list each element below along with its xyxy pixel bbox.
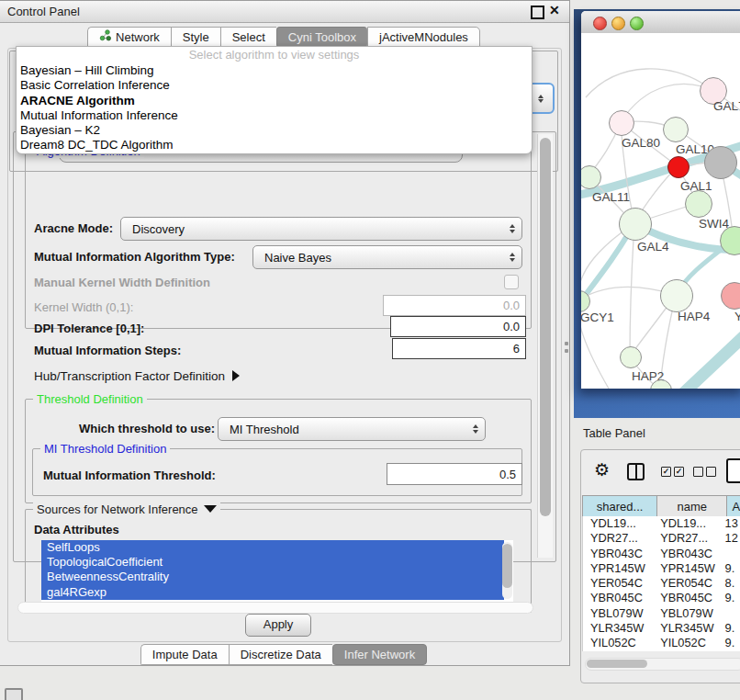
table-row[interactable]: YER054CYER054C8. <box>583 576 740 591</box>
hub-section-toggle[interactable]: Hub/Transcription Factor Definition <box>34 369 240 383</box>
minimized-panel-icon[interactable] <box>5 688 23 700</box>
unchecked-columns-icon[interactable] <box>693 467 716 477</box>
algorithm-option[interactable]: Mutual Information Inference <box>17 108 532 123</box>
kernel-width-label: Kernel Width (0,1): <box>34 300 133 314</box>
control-panel-titlebar[interactable]: Control Panel ✕ <box>0 1 569 23</box>
cell-value: 8. <box>721 576 740 591</box>
settings-scrollbar-thumb[interactable] <box>540 138 551 516</box>
attribute-item[interactable]: SelfLoops <box>41 540 504 555</box>
tab-impute-data[interactable]: Impute Data <box>140 644 229 665</box>
column-header-shared-[interactable]: shared... <box>582 495 656 518</box>
manual-kernel-checkbox[interactable] <box>504 275 519 289</box>
table-horizontal-scrollbar[interactable] <box>585 658 740 671</box>
checked-columns-icon[interactable]: ✓✓ <box>661 467 684 477</box>
attributes-scrollbar[interactable] <box>502 542 512 599</box>
node-hap4[interactable] <box>660 279 693 312</box>
new-table-icon[interactable] <box>726 458 740 483</box>
attributes-scrollbar-thumb[interactable] <box>502 544 512 588</box>
tab-label: Cyni Toolbox <box>288 28 356 47</box>
apply-button[interactable]: Apply <box>245 614 311 637</box>
close-traffic-light-icon[interactable] <box>593 17 607 30</box>
table-row[interactable]: YPR145WYPR145W9. <box>583 561 740 576</box>
stepper-up-icon <box>538 95 544 98</box>
zoom-traffic-light-icon[interactable] <box>630 17 644 30</box>
tab-style[interactable]: Style <box>171 27 220 48</box>
node-gal80[interactable] <box>609 110 634 136</box>
data-attributes-label: Data Attributes <box>34 523 119 536</box>
dropdown-placeholder: Select algorithm to view settings <box>17 47 532 63</box>
attribute-item[interactable]: TopologicalCoefficient <box>41 555 504 570</box>
algorithm-option[interactable]: Basic Correlation Inference <box>17 78 532 93</box>
splitpane-handle-icon[interactable] <box>565 342 568 345</box>
cell-name: YER054C <box>655 576 720 591</box>
control-panel-tabs: NetworkStyleSelectCyni ToolboxjActiveMNo… <box>0 27 567 48</box>
algorithm-option[interactable]: ARACNE Algorithm <box>17 94 532 108</box>
cell-value: 9. <box>721 621 740 636</box>
mi-type-value: Naive Bayes <box>253 251 503 265</box>
mi-steps-field[interactable]: 6 <box>392 338 526 359</box>
tab-network[interactable]: Network <box>87 27 171 48</box>
kernel-width-field[interactable]: 0.0 <box>383 295 526 316</box>
mi-threshold-field[interactable]: 0.5 <box>387 463 522 485</box>
network-window-titlebar[interactable] <box>581 11 740 34</box>
table-row[interactable]: YDR27...YDR27...12 <box>583 531 740 546</box>
tab-label: Infer Network <box>344 645 415 664</box>
which-threshold-combo[interactable]: MI Threshold <box>218 417 486 441</box>
tab-cyni-toolbox[interactable]: Cyni Toolbox <box>276 27 367 48</box>
table-row[interactable]: YIL052CYIL052C9. <box>583 636 740 650</box>
float-window-icon[interactable] <box>531 6 544 19</box>
settings-vertical-scrollbar[interactable] <box>537 134 553 558</box>
cell-shared-name: YDR27... <box>583 531 655 546</box>
algorithm-option[interactable]: Bayesian – Hill Climbing <box>17 63 532 78</box>
table-scrollbar-thumb[interactable] <box>587 660 647 668</box>
tab-infer-network[interactable]: Infer Network <box>332 644 427 665</box>
node-swi4[interactable] <box>685 190 712 218</box>
node-hap2[interactable] <box>620 346 642 368</box>
table-row[interactable]: YBR043CYBR043C <box>583 547 740 561</box>
algorithm-option[interactable]: Dream8 DC_TDC Algorithm <box>17 138 532 152</box>
node-gal4[interactable] <box>619 208 652 241</box>
settings-horizontal-scrollbar[interactable] <box>17 602 533 614</box>
cell-value <box>721 606 740 621</box>
mi-threshold-label: Mutual Information Threshold: <box>43 469 216 482</box>
close-icon[interactable]: ✕ <box>549 3 560 17</box>
mi-type-label: Mutual Information Algorithm Type: <box>34 250 235 264</box>
table-row[interactable]: YBL079WYBL079W <box>583 606 740 621</box>
node-gal10[interactable] <box>663 117 689 142</box>
gear-icon[interactable]: ⚙ <box>594 461 610 479</box>
cell-name: YLR345W <box>655 621 720 636</box>
aracne-mode-combo[interactable]: Discovery <box>120 217 522 241</box>
tab-label: Network <box>116 28 160 47</box>
table-row[interactable]: YDL19...YDL19...13 <box>583 516 740 531</box>
attribute-item[interactable]: gal4RGexp <box>41 585 504 600</box>
table-row[interactable]: YLR345WYLR345W9. <box>583 621 740 636</box>
node-gray-node[interactable] <box>704 146 737 179</box>
table-panel-title: Table Panel <box>583 426 645 440</box>
algorithm-option[interactable]: Bayesian – K2 <box>17 123 532 138</box>
attribute-item[interactable]: BetweennessCentrality <box>41 570 504 584</box>
collapsed-arrow-icon <box>232 370 240 381</box>
column-header-name[interactable]: name <box>656 495 726 518</box>
split-pane-icon[interactable] <box>627 463 645 480</box>
network-canvas[interactable]: GAL7GAL80GAL10GAL1GAL11SWI4GAL4GCY1HAP4Y… <box>581 33 740 389</box>
cyni-bottom-tabs: Impute DataDiscretize DataInfer Network <box>0 644 567 665</box>
combo-stepper-icon <box>503 224 521 233</box>
tab-select[interactable]: Select <box>220 27 276 48</box>
cell-value <box>721 547 740 561</box>
combo-stepper-icon <box>503 253 521 262</box>
dpi-tolerance-field[interactable]: 0.0 <box>390 316 526 337</box>
cyni-algorithm-settings-group: Cyni Algorithm Settings Algorithm Defini… <box>13 131 556 562</box>
minimize-traffic-light-icon[interactable] <box>611 17 625 30</box>
tab-discretize-data[interactable]: Discretize Data <box>229 644 332 665</box>
table-row[interactable]: YBR045CYBR045C9. <box>583 591 740 605</box>
cell-shared-name: YBR043C <box>583 547 655 561</box>
node-gal1[interactable] <box>667 156 690 178</box>
column-header-a[interactable]: A <box>726 495 740 518</box>
panel-title: Control Panel <box>7 5 80 18</box>
mi-type-combo[interactable]: Naive Bayes <box>252 245 522 269</box>
splitpane-handle-icon[interactable] <box>565 349 568 353</box>
which-threshold-label: Which threshold to use: <box>79 422 215 435</box>
tab-jactivemnodules[interactable]: jActiveMNodules <box>367 27 480 48</box>
tab-label: jActiveMNodules <box>379 28 468 47</box>
cell-name: YDR27... <box>655 531 720 546</box>
